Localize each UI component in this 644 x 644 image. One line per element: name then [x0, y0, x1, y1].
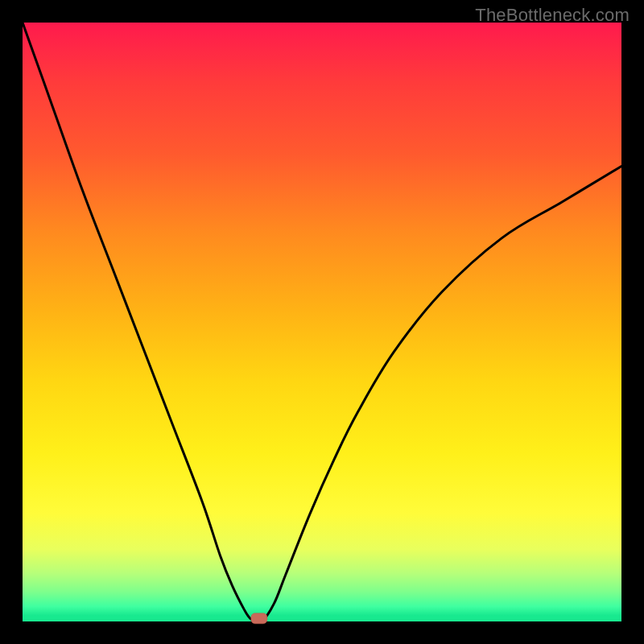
- bottleneck-curve-line: [23, 23, 621, 623]
- chart-plot-area: [23, 23, 621, 621]
- optimal-point-marker: [251, 613, 267, 624]
- chart-svg: [23, 23, 621, 621]
- chart-frame: TheBottleneck.com: [0, 0, 644, 644]
